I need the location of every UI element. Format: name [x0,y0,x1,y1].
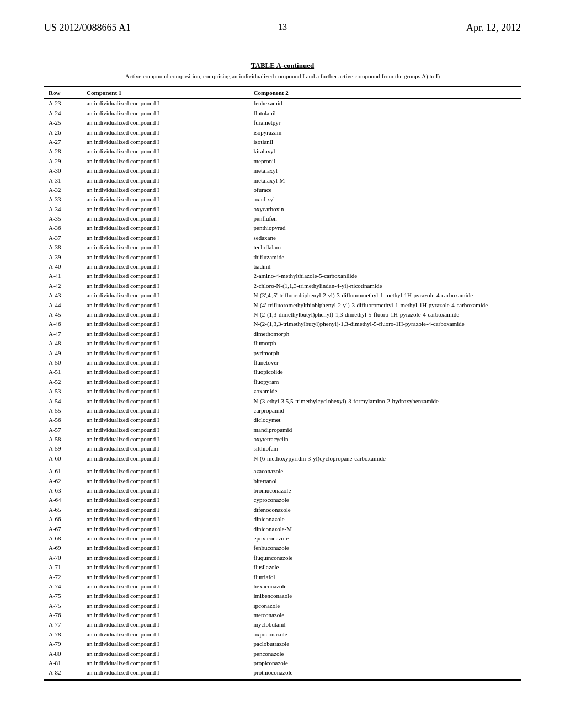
cell-component2: metconazole [249,611,521,620]
cell-component1: an individualized compound I [82,137,249,147]
cell-component1: an individualized compound I [82,339,249,348]
cell-component1: an individualized compound I [82,582,249,591]
cell-row-id: A-26 [44,128,82,137]
table-row: A-36an individualized compound Ipenthiop… [44,223,521,233]
table-row: A-42an individualized compound I2-chloro… [44,281,521,291]
table-row: A-65an individualized compound Idifenoco… [44,505,521,515]
table-row: A-82an individualized compound Iprothioc… [44,668,521,679]
table-row: A-74an individualized compound Ihexacona… [44,582,521,591]
cell-component2: tiadinil [249,262,521,271]
cell-row-id: A-38 [44,243,82,252]
cell-component1: an individualized compound I [82,630,249,639]
cell-component1: an individualized compound I [82,128,249,137]
page-number: 13 [278,22,287,32]
cell-component1: an individualized compound I [82,214,249,223]
table-row: A-39an individualized compound Ithifluza… [44,253,521,262]
cell-component2: penflufen [249,214,521,223]
cell-component1: an individualized compound I [82,310,249,319]
table-row: A-44an individualized compound IN-(4'-tr… [44,301,521,310]
cell-row-id: A-47 [44,329,82,339]
cell-row-id: A-52 [44,377,82,387]
table-section: TABLE A-continued Active compound compos… [44,61,521,681]
table-row: A-78an individualized compound Ioxpocona… [44,630,521,639]
cell-component1: an individualized compound I [82,611,249,620]
cell-component2: difenoconazole [249,505,521,515]
cell-component2: silthiofam [249,444,521,453]
table-row: A-45an individualized compound IN-(2-(1,… [44,310,521,319]
cell-component2: fluopyram [249,377,521,387]
cell-component1: an individualized compound I [82,377,249,387]
cell-component1: an individualized compound I [82,301,249,310]
cell-component1: an individualized compound I [82,195,249,204]
cell-row-id: A-39 [44,253,82,262]
cell-component1: an individualized compound I [82,649,249,659]
cell-component2: paclobutrazole [249,639,521,649]
cell-row-id: A-57 [44,425,82,435]
table-row: A-71an individualized compound Iflusilaz… [44,563,521,572]
cell-component1: an individualized compound I [82,262,249,271]
cell-component1: an individualized compound I [82,415,249,425]
cell-component2: epoxiconazole [249,534,521,543]
cell-component2: 2-amino-4-methylthiazole-5-carboxanilide [249,271,521,281]
table-row: A-23an individualized compound Ifenhexam… [44,99,521,109]
cell-row-id: A-31 [44,176,82,185]
cell-component2: diniconazole [249,515,521,524]
cell-row-id: A-36 [44,223,82,233]
table-row: A-66an individualized compound Idinicona… [44,515,521,524]
table-row: A-40an individualized compound Itiadinil [44,262,521,271]
cell-component1: an individualized compound I [82,639,249,649]
cell-row-id: A-79 [44,639,82,649]
cell-component2: ipconazole [249,601,521,611]
cell-component1: an individualized compound I [82,563,249,572]
table-row: A-30an individualized compound Imetalaxy… [44,166,521,175]
cell-component2: fenhexamid [249,99,521,109]
table-row: A-54an individualized compound IN-(3-eth… [44,397,521,406]
cell-row-id: A-74 [44,582,82,591]
table-row: A-61an individualized compound Iazaconaz… [44,467,521,476]
cell-component1: an individualized compound I [82,253,249,262]
cell-component2: pyrimorph [249,349,521,358]
cell-row-id: A-46 [44,319,82,329]
cell-row-id: A-76 [44,611,82,620]
cell-component1: an individualized compound I [82,319,249,329]
cell-component2: flusilazole [249,563,521,572]
table-row: A-52an individualized compound Ifluopyra… [44,377,521,387]
cell-row-id: A-75 [44,601,82,611]
cell-row-id: A-70 [44,553,82,563]
table-row: A-59an individualized compound Isilthiof… [44,444,521,453]
cell-component1: an individualized compound I [82,358,249,367]
cell-component1: an individualized compound I [82,591,249,601]
cell-row-id: A-30 [44,166,82,175]
cell-row-id: A-62 [44,477,82,486]
table-header-row: Row Component 1 Component 2 [44,87,521,99]
table-row: A-47an individualized compound Idimethom… [44,329,521,339]
cell-row-id: A-59 [44,444,82,453]
cell-component2: N-(3-ethyl-3,5,5-trimethylcyclohexyl)-3-… [249,397,521,406]
cell-row-id: A-55 [44,406,82,415]
cell-row-id: A-58 [44,435,82,444]
cell-component1: an individualized compound I [82,668,249,679]
table-row: A-48an individualized compound Iflumorph [44,339,521,348]
cell-row-id: A-37 [44,233,82,243]
table-row: A-62an individualized compound Ibitertan… [44,477,521,486]
cell-component2: fluopicolide [249,367,521,377]
cell-component2: ofurace [249,185,521,195]
cell-component2: flutriafol [249,572,521,582]
cell-row-id: A-28 [44,147,82,156]
cell-row-id: A-44 [44,301,82,310]
table-row: A-57an individualized compound Imandipro… [44,425,521,435]
table-row: A-35an individualized compound Ipenflufe… [44,214,521,223]
cell-component2: isopyrazam [249,128,521,137]
table-row: A-29an individualized compound Imepronil [44,157,521,166]
table-row: A-24an individualized compound Iflutolan… [44,109,521,118]
cell-component2: bitertanol [249,477,521,486]
table-row: A-55an individualized compound Icarpropa… [44,406,521,415]
table-row: A-32an individualized compound Iofurace [44,185,521,195]
cell-component2: oxytetracyclin [249,435,521,444]
cell-component2: diclocymet [249,415,521,425]
cell-component1: an individualized compound I [82,109,249,118]
cell-component1: an individualized compound I [82,281,249,291]
cell-component2: isotianil [249,137,521,147]
cell-row-id: A-40 [44,262,82,271]
cell-component2: oxycarboxin [249,205,521,214]
